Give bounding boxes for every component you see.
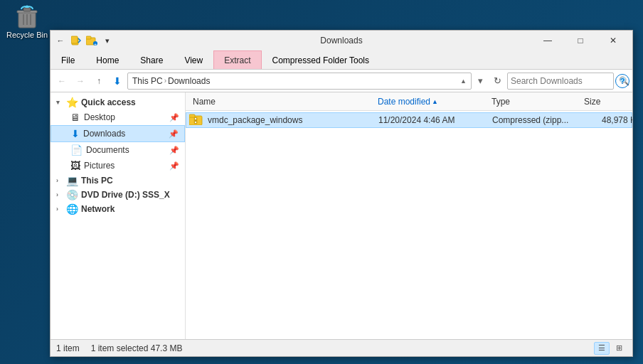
pictures-icon: 🖼 bbox=[70, 160, 80, 171]
qa-properties-button[interactable] bbox=[69, 33, 83, 48]
nav-item-downloads[interactable]: ⬇ Downloads 📌 bbox=[51, 125, 185, 142]
large-icons-view-button[interactable]: ⊞ bbox=[611, 342, 627, 355]
svg-rect-9 bbox=[86, 36, 91, 39]
desktop: Recycle Bin ← bbox=[0, 0, 643, 364]
breadcrumb: This PC › Downloads bbox=[132, 76, 210, 86]
qa-dropdown-button[interactable]: ▾ bbox=[100, 33, 115, 48]
file-type-label: Compressed (zipp... bbox=[492, 115, 585, 125]
status-bar-right: ☰ ⊞ bbox=[594, 342, 627, 355]
svg-rect-15 bbox=[195, 118, 196, 119]
address-path[interactable]: This PC › Downloads ▲ bbox=[127, 73, 472, 90]
this-pc-section[interactable]: › 💻 This PC bbox=[51, 173, 185, 188]
minimize-button[interactable]: — bbox=[531, 31, 564, 50]
this-pc-chevron: › bbox=[56, 177, 63, 184]
file-list-body: vmdc_package_windows 11/20/2024 4:46 AM … bbox=[186, 111, 632, 339]
file-name-label: vmdc_package_windows bbox=[208, 115, 378, 125]
quick-access-chevron: ▾ bbox=[56, 99, 63, 106]
col-header-type[interactable]: Type bbox=[487, 97, 580, 107]
file-explorer-window: ← + bbox=[50, 30, 633, 357]
svg-rect-13 bbox=[189, 114, 195, 117]
dvd-icon: 💿 bbox=[66, 189, 78, 200]
downloads-icon: ⬇ bbox=[71, 128, 80, 139]
ribbon: ← + bbox=[51, 31, 632, 70]
svg-rect-2 bbox=[23, 8, 31, 11]
search-input[interactable] bbox=[511, 76, 617, 86]
downloads-breadcrumb[interactable]: Downloads bbox=[168, 76, 210, 86]
status-selected: 1 item selected 47.3 MB bbox=[91, 343, 183, 353]
window-controls: — □ ✕ bbox=[531, 31, 629, 50]
downloads-pin-icon: 📌 bbox=[169, 129, 179, 139]
network-chevron: › bbox=[56, 205, 63, 213]
qa-new-folder-button[interactable]: + bbox=[85, 33, 99, 48]
maximize-button[interactable]: □ bbox=[564, 31, 597, 50]
search-box: 🔍 bbox=[507, 73, 614, 90]
tab-share[interactable]: Share bbox=[129, 50, 174, 69]
nav-item-desktop[interactable]: 🖥 Desktop 📌 bbox=[51, 109, 185, 125]
details-view-button[interactable]: ☰ bbox=[594, 342, 610, 355]
nav-pane: ▾ ⭐ Quick access 🖥 Desktop 📌 ⬇ Downloads… bbox=[51, 92, 186, 339]
up-button[interactable]: ↑ bbox=[90, 73, 107, 90]
file-list: Name Date modified ▲ Type Size bbox=[186, 92, 632, 339]
svg-rect-17 bbox=[195, 122, 196, 123]
breadcrumb-separator: › bbox=[164, 77, 166, 85]
network-icon: 🌐 bbox=[66, 203, 78, 215]
svg-text:+: + bbox=[94, 42, 97, 46]
ribbon-top: ← + bbox=[51, 31, 632, 50]
address-bar: ← → ↑ ⬇ This PC › Downloads ▲ ▾ ↻ 🔍 ? bbox=[51, 70, 632, 92]
svg-rect-7 bbox=[71, 36, 78, 43]
nav-item-pictures[interactable]: 🖼 Pictures 📌 bbox=[51, 158, 185, 173]
tab-file[interactable]: File bbox=[51, 50, 85, 69]
qa-back-button[interactable]: ← bbox=[53, 33, 68, 48]
forward-button[interactable]: → bbox=[72, 73, 89, 90]
quick-access-section[interactable]: ▾ ⭐ Quick access bbox=[51, 95, 185, 109]
pictures-pin-icon: 📌 bbox=[169, 161, 179, 171]
col-header-size[interactable]: Size bbox=[580, 97, 632, 107]
documents-pin-icon: 📌 bbox=[169, 146, 179, 155]
tab-home[interactable]: Home bbox=[85, 50, 129, 69]
main-content: ▾ ⭐ Quick access 🖥 Desktop 📌 ⬇ Downloads… bbox=[51, 92, 632, 339]
window-title: Downloads bbox=[320, 36, 362, 46]
quick-access-toolbar: ← + bbox=[53, 33, 115, 48]
desktop-pin-icon: 📌 bbox=[169, 113, 179, 122]
tab-view[interactable]: View bbox=[174, 50, 213, 69]
tab-compressed-folder-tools[interactable]: Compressed Folder Tools bbox=[262, 50, 381, 69]
close-button[interactable]: ✕ bbox=[597, 31, 629, 50]
ribbon-tabs: File Home Share View Extract Compressed … bbox=[51, 50, 632, 70]
dvd-chevron: › bbox=[56, 191, 63, 198]
status-bar: 1 item 1 item selected 47.3 MB ☰ ⊞ bbox=[51, 339, 632, 356]
col-header-date[interactable]: Date modified ▲ bbox=[373, 97, 487, 107]
recycle-bin-icon[interactable]: Recycle Bin bbox=[6, 4, 48, 39]
desktop-icon: 🖥 bbox=[70, 112, 80, 123]
zip-file-icon bbox=[189, 112, 203, 128]
back-button[interactable]: ← bbox=[53, 73, 70, 90]
sort-arrow-icon: ▲ bbox=[432, 98, 438, 105]
dvd-drive-section[interactable]: › 💿 DVD Drive (D:) SSS_X bbox=[51, 188, 185, 202]
nav-item-documents[interactable]: 📄 Documents 📌 bbox=[51, 142, 185, 158]
refresh-button[interactable]: ↻ bbox=[489, 73, 506, 90]
this-pc-icon: 💻 bbox=[66, 175, 78, 186]
this-pc-breadcrumb[interactable]: This PC bbox=[132, 76, 163, 86]
download-indicator[interactable]: ⬇ bbox=[109, 73, 126, 90]
file-item-vmdc[interactable]: vmdc_package_windows 11/20/2024 4:46 AM … bbox=[186, 112, 632, 128]
svg-rect-16 bbox=[195, 120, 196, 122]
file-size-label: 48,978 KB bbox=[585, 115, 632, 125]
documents-icon: 📄 bbox=[70, 144, 83, 156]
status-count: 1 item bbox=[56, 343, 80, 353]
col-header-name[interactable]: Name bbox=[188, 97, 373, 107]
file-date-label: 11/20/2024 4:46 AM bbox=[378, 115, 492, 125]
file-list-header: Name Date modified ▲ Type Size bbox=[186, 92, 632, 111]
tab-extract[interactable]: Extract bbox=[213, 50, 261, 69]
recycle-bin-label: Recycle Bin bbox=[6, 31, 48, 39]
path-dropdown-button[interactable]: ▾ bbox=[473, 73, 487, 90]
help-button[interactable]: ? bbox=[615, 74, 629, 88]
network-section[interactable]: › 🌐 Network bbox=[51, 202, 185, 216]
address-expand-icon: ▲ bbox=[460, 77, 467, 85]
